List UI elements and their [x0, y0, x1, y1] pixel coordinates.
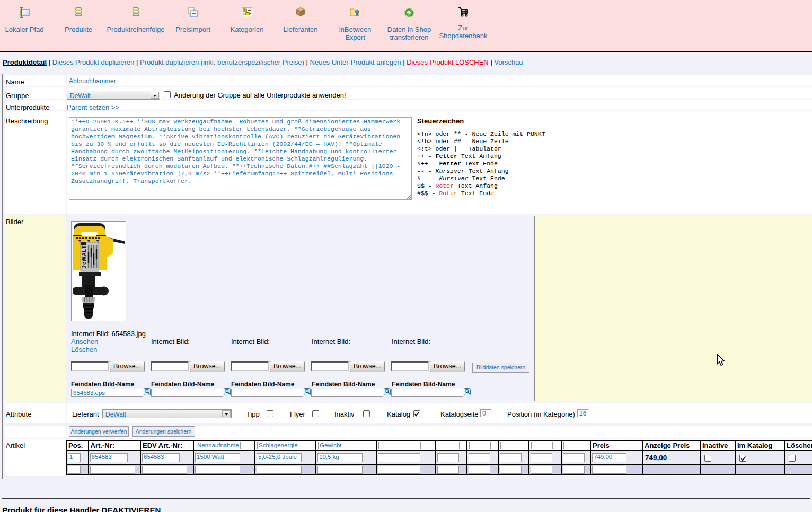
svg-text:DeWALT: DeWALT: [81, 245, 87, 269]
